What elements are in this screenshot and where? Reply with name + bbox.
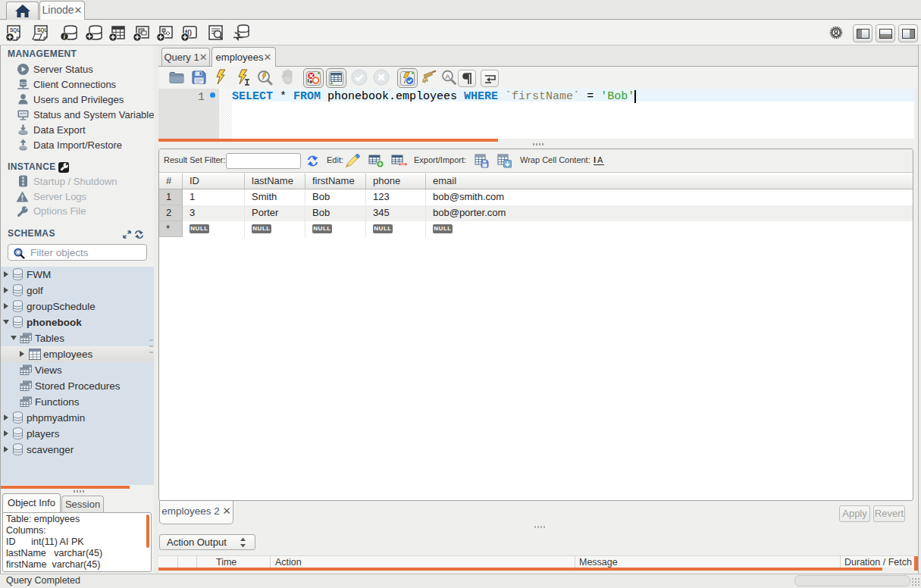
svg-text:SQL: SQL	[37, 27, 47, 33]
svg-text:SQL: SQL	[10, 27, 20, 33]
svg-text:I: I	[594, 155, 596, 164]
svg-text:A: A	[597, 155, 603, 164]
svg-text:A: A	[446, 73, 450, 80]
